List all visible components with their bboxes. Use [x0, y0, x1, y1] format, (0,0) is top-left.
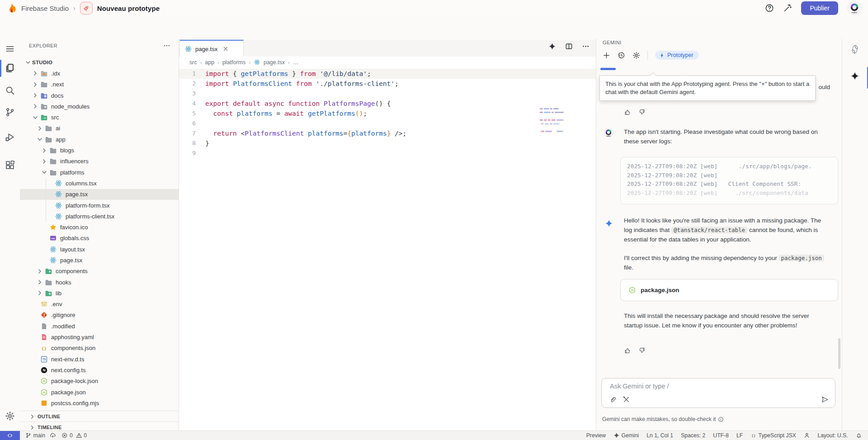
- preview-button[interactable]: Preview: [586, 432, 606, 439]
- problems-indicator[interactable]: 00: [61, 432, 87, 439]
- react-icon: [49, 246, 57, 253]
- crumb-app[interactable]: app: [205, 59, 214, 66]
- thumb-up-icon[interactable]: [624, 109, 631, 116]
- tree-item[interactable]: node_modules: [20, 101, 179, 112]
- branch-indicator[interactable]: main: [25, 432, 56, 439]
- thumb-down-icon[interactable]: [638, 347, 646, 354]
- feedback-person-icon[interactable]: [804, 432, 810, 439]
- plus-icon[interactable]: [603, 52, 610, 59]
- sparkle-icon[interactable]: [548, 43, 556, 50]
- more-icon[interactable]: [582, 43, 590, 50]
- extensions-icon[interactable]: [5, 160, 15, 170]
- leaf-icon[interactable]: [850, 44, 860, 54]
- tree-item[interactable]: page.tsx: [20, 189, 179, 200]
- tree-item[interactable]: JSpackage.json: [20, 387, 179, 397]
- tab-page-tsx[interactable]: page.tsx: [179, 40, 244, 57]
- wand-icon[interactable]: [783, 4, 792, 13]
- crumb-file[interactable]: page.tsx: [264, 59, 285, 66]
- workspace-title[interactable]: Nouveau prototype: [97, 5, 160, 12]
- tree-item[interactable]: ai: [20, 123, 179, 134]
- close-icon[interactable]: [222, 46, 229, 52]
- outline-section[interactable]: OUTLINE: [20, 411, 179, 422]
- more-icon[interactable]: [163, 42, 170, 49]
- star-icon: [49, 223, 57, 231]
- folder-node-icon: [40, 103, 48, 110]
- tree-item[interactable]: Nnext.config.ts: [20, 364, 179, 375]
- tree-item[interactable]: layout.tsx: [20, 244, 179, 255]
- search-icon[interactable]: [5, 85, 15, 95]
- avatar[interactable]: codus: [847, 1, 862, 15]
- gemini-input[interactable]: [609, 382, 828, 390]
- tree-item[interactable]: columns.tsx: [20, 178, 179, 189]
- tree-item[interactable]: hooks: [20, 277, 179, 288]
- settings-gear-icon[interactable]: [5, 411, 15, 421]
- publish-button[interactable]: Publier: [801, 1, 838, 15]
- divider[interactable]: [179, 39, 179, 431]
- breadcrumb-separator: ›: [73, 5, 75, 12]
- tree-item[interactable]: TSnext-env.d.ts: [20, 354, 179, 364]
- keyboard-layout[interactable]: Layout: U.S.: [817, 432, 848, 439]
- gemini-status[interactable]: Gemini: [613, 432, 639, 439]
- crumb-platforms[interactable]: platforms: [222, 59, 245, 66]
- tree-item[interactable]: favicon.ico: [20, 222, 179, 232]
- tools-icon[interactable]: [623, 396, 630, 403]
- minimap[interactable]: [540, 108, 589, 142]
- encoding[interactable]: UTF-8: [713, 432, 729, 439]
- tree-item[interactable]: platform-form.tsx: [20, 200, 179, 211]
- help-icon[interactable]: [765, 4, 774, 13]
- send-icon[interactable]: [821, 396, 829, 403]
- tree-item[interactable]: .next: [20, 79, 179, 90]
- tree-item[interactable]: JSpackage-lock.json: [20, 376, 179, 387]
- tree-item[interactable]: <>src: [20, 112, 179, 123]
- gemini-rail-sparkle-icon[interactable]: [850, 71, 859, 80]
- gear-icon[interactable]: [632, 52, 640, 59]
- paperclip-icon[interactable]: [609, 396, 617, 403]
- tree-item[interactable]: .idx: [20, 68, 179, 79]
- server-log-card[interactable]: 2025-12-27T09:08:20Z [web] ./src/app/blo…: [620, 157, 838, 204]
- chat-scrollbar[interactable]: [838, 338, 840, 369]
- tree-item[interactable]: postcss.config.mjs: [20, 397, 179, 408]
- run-debug-icon[interactable]: [5, 132, 15, 142]
- thumb-up-icon[interactable]: [624, 347, 631, 354]
- history-icon[interactable]: [618, 52, 625, 59]
- split-editor-icon[interactable]: [565, 43, 573, 50]
- divider[interactable]: [596, 39, 596, 431]
- tree-item[interactable]: influencers: [20, 156, 179, 167]
- language-mode[interactable]: {}TypeScript JSX: [750, 432, 796, 439]
- workspace-badge[interactable]: [80, 2, 93, 14]
- tree-item[interactable]: cssglobals.css: [20, 233, 179, 244]
- package-json-card[interactable]: JS package.json: [620, 279, 838, 301]
- crumb-src[interactable]: src: [189, 59, 197, 66]
- tree-item[interactable]: platforms-client.tsx: [20, 211, 179, 222]
- bell-icon[interactable]: [856, 432, 862, 439]
- tree-item[interactable]: app: [20, 134, 179, 145]
- folder-icon: [49, 147, 57, 154]
- tree-item[interactable]: {}components.json: [20, 343, 179, 354]
- tree-item[interactable]: .env: [20, 299, 179, 310]
- thumb-down-icon[interactable]: [638, 109, 646, 116]
- tree-item[interactable]: docs: [20, 90, 179, 101]
- tree-item[interactable]: lib: [20, 288, 179, 298]
- explorer-activity-icon[interactable]: [5, 63, 15, 73]
- tree-item[interactable]: page.tsx: [20, 255, 179, 265]
- remote-indicator[interactable]: [0, 431, 20, 440]
- eol[interactable]: LF: [736, 432, 743, 439]
- tree-item[interactable]: components: [20, 266, 179, 277]
- tree-item[interactable]: platforms: [20, 167, 179, 178]
- env-icon: [40, 300, 48, 308]
- cursor-position[interactable]: Ln 1, Col 1: [646, 432, 673, 439]
- tree-item[interactable]: apphosting.yaml: [20, 331, 179, 342]
- indentation[interactable]: Spaces: 2: [681, 432, 705, 439]
- crumb-symbol[interactable]: …: [293, 59, 299, 66]
- tree-item[interactable]: .gitignore: [20, 310, 179, 321]
- menu-icon[interactable]: [5, 44, 15, 54]
- prototyper-agent-chip[interactable]: Prototyper: [655, 51, 699, 60]
- info-icon[interactable]: [718, 416, 724, 422]
- code-area[interactable]: 1import { getPlatforms } from '@/lib/dat…: [179, 69, 596, 158]
- tree-item[interactable]: blogs: [20, 145, 179, 156]
- source-control-icon[interactable]: [5, 107, 15, 117]
- tree-item[interactable]: .modified: [20, 321, 179, 331]
- tree-item[interactable]: STUDIO: [20, 57, 179, 68]
- inline-code: package.json: [779, 255, 824, 261]
- brand-label[interactable]: Firebase Studio: [21, 5, 69, 12]
